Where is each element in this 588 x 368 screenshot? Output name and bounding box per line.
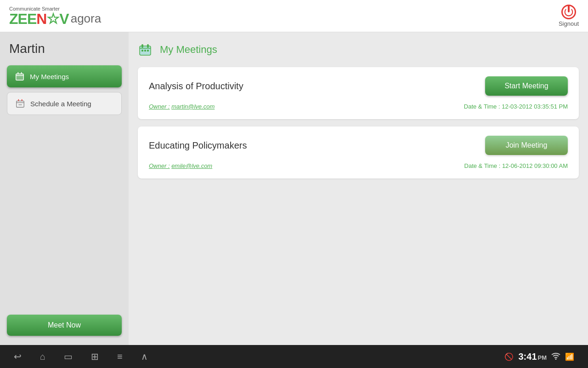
nav-icons: ↩ ⌂ ▭ ⊞ ≡ ∧ [14,351,148,362]
power-icon [561,5,576,19]
meeting-owner-1: Owner : martin@lve.com [149,103,215,110]
svg-rect-0 [16,74,24,80]
time-display: 3:41PM [518,351,547,362]
sidebar-item-my-meetings[interactable]: My Meetings [7,65,122,87]
logo-zeenov: ZEEN☆V [9,12,69,26]
recents-icon[interactable]: ▭ [64,351,73,362]
svg-rect-10 [141,50,143,52]
sidebar-item-my-meetings-label: My Meetings [30,73,69,80]
sidebar-item-schedule[interactable]: Schedule a Meeting [7,92,122,115]
menu-icon[interactable]: ≡ [117,351,123,362]
meeting-datetime-1: Date & Time : 12-03-2012 03:35:51 PM [464,103,568,110]
svg-rect-12 [147,50,149,52]
signout-label: Signout [559,20,579,27]
schedule-icon [15,98,26,109]
section-icon [138,41,154,58]
meeting-title-1: Analysis of Productivity [149,81,243,92]
svg-rect-2 [21,72,22,74]
block-icon: 🚫 [504,352,514,361]
logo-area: Communicate Smarter ZEEN☆V agora [9,6,101,26]
svg-rect-1 [17,72,18,74]
meeting-card-top-2: Educating Policymakers Join Meeting [149,136,568,155]
svg-rect-9 [147,44,149,48]
meeting-datetime-2: Date & Time : 12-06-2012 09:30:00 AM [464,162,568,169]
section-title: My Meetings [160,44,217,56]
apps-icon[interactable]: ⊞ [91,351,99,362]
meeting-owner-2: Owner : emile@lve.com [149,162,212,169]
meet-now-button[interactable]: Meet Now [7,315,122,336]
up-icon[interactable]: ∧ [141,351,148,362]
home-icon[interactable]: ⌂ [40,351,45,362]
svg-rect-5 [22,99,23,101]
svg-rect-8 [141,44,143,48]
main-layout: Martin My Meetings [0,32,588,345]
meetings-icon [14,71,25,82]
back-icon[interactable]: ↩ [14,351,22,362]
meeting-card-top-1: Analysis of Productivity Start Meeting [149,76,568,96]
status-icons: 🚫 3:41PM 📶 [504,351,574,362]
signout-button[interactable]: Signout [559,5,579,27]
svg-rect-3 [17,101,24,108]
logo-agora: agora [71,12,102,26]
svg-rect-11 [144,50,146,52]
content-area: My Meetings Analysis of Productivity Sta… [129,32,588,345]
signal-icon: 📶 [565,352,574,361]
content-header: My Meetings [138,41,579,58]
user-name: Martin [7,41,122,56]
sidebar-item-schedule-label: Schedule a Meeting [30,100,91,108]
logo-text: ZEEN☆V agora [9,12,101,26]
svg-rect-4 [18,99,19,101]
wifi-icon [551,352,560,361]
header: Communicate Smarter ZEEN☆V agora Signout [0,0,588,32]
meeting-title-2: Educating Policymakers [149,140,247,151]
meeting-card-2: Educating Policymakers Join Meeting Owne… [138,126,579,178]
start-meeting-button[interactable]: Start Meeting [485,76,568,96]
sidebar: Martin My Meetings [0,32,129,345]
meeting-meta-1: Owner : martin@lve.com Date & Time : 12-… [149,103,568,110]
svg-point-14 [555,358,557,360]
meeting-card-1: Analysis of Productivity Start Meeting O… [138,67,579,119]
meeting-meta-2: Owner : emile@lve.com Date & Time : 12-0… [149,162,568,169]
android-nav-bar: ↩ ⌂ ▭ ⊞ ≡ ∧ 🚫 3:41PM 📶 [0,345,588,368]
join-meeting-button[interactable]: Join Meeting [485,136,568,155]
